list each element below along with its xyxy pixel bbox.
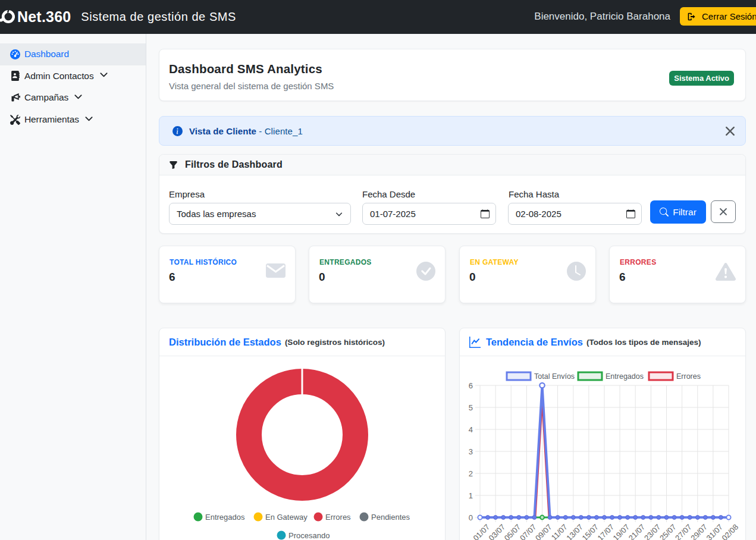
svg-text:4: 4 (469, 425, 473, 434)
svg-text:Pendientes: Pendientes (371, 513, 410, 522)
svg-text:Entregados: Entregados (205, 513, 245, 522)
svg-text:6: 6 (469, 381, 473, 390)
svg-text:02/08: 02/08 (720, 523, 741, 540)
svg-text:1: 1 (469, 491, 473, 500)
svg-text:En Gateway: En Gateway (265, 513, 308, 522)
svg-text:Total Envíos: Total Envíos (534, 372, 575, 381)
svg-text:Errores: Errores (676, 372, 701, 381)
svg-text:5: 5 (469, 403, 473, 412)
svg-text:Errores: Errores (325, 513, 351, 522)
svg-text:3: 3 (469, 447, 473, 456)
svg-text:Procesando: Procesando (288, 531, 330, 540)
svg-text:2: 2 (469, 469, 473, 478)
svg-text:0: 0 (469, 513, 473, 522)
svg-text:Entregados: Entregados (606, 372, 644, 381)
